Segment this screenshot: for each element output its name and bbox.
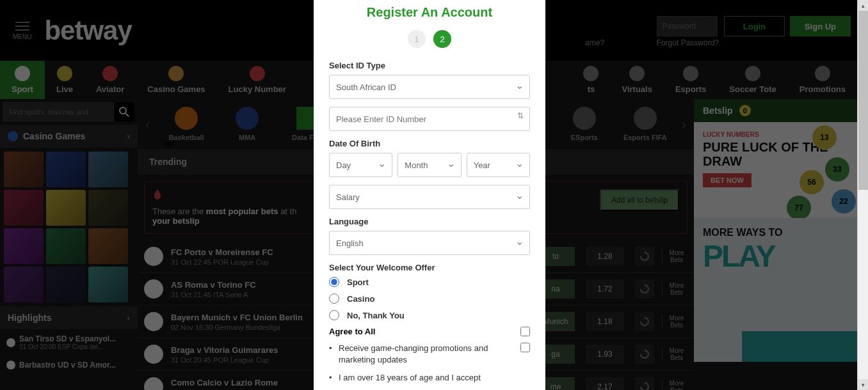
soccertote-icon	[745, 66, 760, 81]
refresh-icon	[639, 316, 650, 327]
offer-casino-radio[interactable]	[329, 293, 339, 304]
nav-sport[interactable]: Sport	[0, 61, 45, 99]
nav-soccertote[interactable]: Soccer Tote	[718, 61, 787, 99]
game-tile[interactable]	[88, 190, 128, 226]
more-bets-link[interactable]: More Bets	[662, 380, 687, 390]
mma-icon	[236, 107, 259, 130]
search-button[interactable]	[114, 102, 134, 121]
highlight-item[interactable]: San Tirso SD v Espanyol... 31 Oct 20:00 …	[0, 329, 138, 355]
nav-lucky[interactable]: Lucky Number	[217, 61, 298, 99]
odds-value[interactable]: 1.28	[586, 247, 624, 266]
scroll-down[interactable]: ▾	[858, 379, 868, 390]
scroll-up[interactable]: ▴	[858, 0, 868, 11]
search-input[interactable]	[3, 102, 114, 121]
hamburger-icon	[15, 26, 29, 27]
agree-all-checkbox[interactable]	[520, 327, 530, 336]
signup-button[interactable]: Sign Up	[790, 16, 851, 36]
cat-basketball[interactable]: Basketball	[163, 107, 211, 141]
nav-ts[interactable]: ts	[572, 61, 610, 99]
forgot-username-link[interactable]: ame?	[585, 38, 604, 47]
game-tile[interactable]	[4, 152, 44, 187]
lucky-numbers-promo[interactable]: LUCKY NUMBERS PURE LUCK OF THE DRAW BET …	[694, 122, 857, 218]
cat-esports[interactable]: ESports	[560, 107, 608, 141]
nav-promotions[interactable]: Promotions	[788, 61, 857, 99]
odds-value[interactable]: 1.72	[586, 279, 624, 299]
scrollbar[interactable]: ▴ ▾	[857, 0, 868, 390]
highlight-item[interactable]: Barbastro UD v SD Amor...	[0, 355, 138, 375]
game-tile[interactable]	[88, 152, 128, 187]
dob-day-select[interactable]: Day	[329, 153, 392, 177]
match-subtitle: 31 Oct 20:45 POR League Cup	[171, 356, 303, 364]
forgot-password-link[interactable]: Forgot Password?	[657, 38, 719, 47]
nav-aviator[interactable]: Aviator	[84, 61, 136, 99]
nav-casino[interactable]: Casino Games	[136, 61, 216, 99]
refresh-button[interactable]	[635, 377, 654, 390]
offer-sport-radio[interactable]	[329, 277, 339, 287]
cat-esports-fifa[interactable]: Esports FIFA	[621, 107, 669, 141]
refresh-button[interactable]	[635, 312, 654, 331]
bet-now-button[interactable]: BET NOW	[703, 173, 751, 187]
lottery-ball: 22	[832, 189, 856, 214]
promo-text: Receive game-changing promotions and mar…	[329, 343, 520, 366]
id-number-input[interactable]	[329, 107, 530, 131]
lottery-ball: 33	[825, 157, 849, 182]
lucky-icon	[250, 66, 265, 81]
more-bets-link[interactable]: More Bets	[662, 315, 687, 329]
salary-select[interactable]: Salary	[329, 185, 530, 209]
odds-value[interactable]: 1.93	[586, 345, 624, 364]
game-tile[interactable]	[46, 267, 86, 302]
casino-games-panel[interactable]: Casino Games ›	[0, 125, 138, 148]
lottery-ball: 77	[787, 196, 811, 218]
game-tile[interactable]	[4, 228, 44, 264]
chevron-right-icon: ›	[127, 313, 130, 323]
betslip-header[interactable]: Betslip 0	[694, 99, 857, 122]
game-tile[interactable]	[46, 152, 86, 187]
refresh-button[interactable]	[635, 345, 654, 364]
nav-virtuals[interactable]: Virtuals	[610, 61, 663, 99]
soccer-icon	[6, 361, 15, 370]
odds-value[interactable]: 2.17	[586, 377, 624, 390]
game-tile[interactable]	[46, 228, 86, 264]
virtuals-icon	[629, 66, 645, 81]
carousel-right[interactable]: ›	[682, 117, 686, 132]
game-tile[interactable]	[88, 267, 128, 302]
game-tile[interactable]	[88, 228, 128, 264]
more-bets-link[interactable]: More Bets	[662, 249, 687, 263]
betslip-count: 0	[739, 105, 751, 116]
tab-trending[interactable]: Trending	[138, 149, 198, 175]
more-bets-link[interactable]: More Bets	[662, 347, 687, 361]
cat-mma[interactable]: MMA	[223, 107, 271, 141]
nav-live[interactable]: Live	[45, 61, 84, 99]
refresh-button[interactable]	[635, 247, 654, 266]
promo-checkbox[interactable]	[520, 343, 530, 352]
match-title: Bayern Munich v FC Union Berlin	[171, 313, 303, 322]
match-title: AS Roma v Torino FC	[171, 280, 303, 290]
game-grid	[0, 148, 138, 306]
scroll-thumb[interactable]	[858, 11, 868, 190]
menu-button[interactable]: MENU	[13, 20, 31, 40]
soccer-icon	[144, 345, 163, 364]
match-subtitle: 02 Nov 16:30 Germany Bundesliga	[171, 324, 303, 331]
add-all-button[interactable]: Add all to betslip	[600, 189, 679, 211]
carousel-left[interactable]: ‹	[145, 117, 150, 132]
nav-esports[interactable]: Esports	[664, 61, 718, 99]
game-tile[interactable]	[4, 190, 44, 226]
game-tile[interactable]	[46, 190, 86, 226]
language-label: Language	[329, 217, 530, 226]
odds-value[interactable]: 1.18	[586, 312, 624, 331]
dob-year-select[interactable]: Year	[467, 153, 530, 177]
id-type-select[interactable]: South African ID	[329, 75, 530, 99]
dob-month-select[interactable]: Month	[398, 153, 461, 177]
logo[interactable]: betway	[44, 15, 131, 46]
refresh-button[interactable]	[635, 279, 654, 299]
left-sidebar: Casino Games › Highlights › San Tirso SD…	[0, 99, 138, 390]
esports-icon	[573, 107, 596, 130]
highlights-panel[interactable]: Highlights ›	[0, 306, 138, 329]
offer-none-radio[interactable]	[329, 310, 339, 320]
language-select[interactable]: English	[329, 231, 530, 255]
password-input[interactable]	[657, 16, 718, 36]
play-promo[interactable]: MORE WAYS TO PLAY	[694, 218, 857, 362]
login-button[interactable]: Login	[724, 16, 785, 36]
more-bets-link[interactable]: More Bets	[662, 282, 687, 296]
game-tile[interactable]	[4, 267, 44, 302]
